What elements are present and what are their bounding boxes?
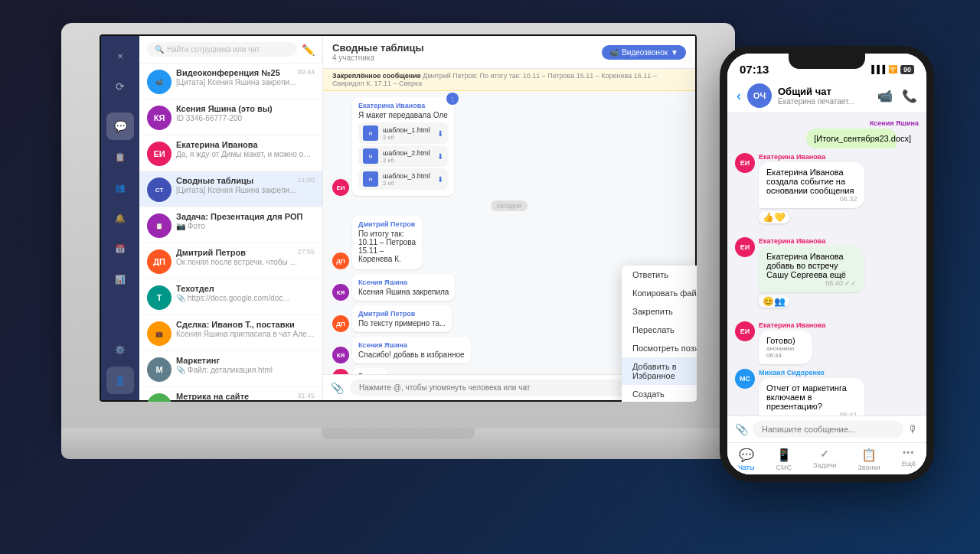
chat-subtitle: 4 участника bbox=[332, 54, 424, 62]
chat-info: Маркетинг 📎 Файл: деталикация.html bbox=[176, 356, 315, 374]
tab-sms[interactable]: 📱 СМС bbox=[776, 448, 792, 471]
phone-time: 07:13 bbox=[740, 63, 769, 76]
list-item[interactable]: ДП Дмитрий Петров Ок понял после встречи… bbox=[139, 243, 322, 279]
chat-preview: ID 3346-66777-200 bbox=[176, 114, 315, 122]
context-menu-trigger[interactable]: ⋮ bbox=[446, 93, 459, 105]
phone-chat-status: Екатерина печатает... bbox=[778, 97, 871, 106]
signal-icon: ▐▐▐ bbox=[869, 65, 885, 73]
message-input[interactable] bbox=[350, 380, 653, 396]
message-sender: Ксения Яшина bbox=[806, 119, 919, 127]
list-item[interactable]: ЕИ Екатерина Иванова Да, я жду от Димы м… bbox=[139, 135, 322, 171]
file-size: 2 кб bbox=[383, 180, 430, 187]
watch-later-label: Посмотреть позже bbox=[632, 344, 697, 353]
message-text: [Итоги_сентября23.docx] bbox=[814, 134, 888, 143]
people-icon[interactable]: 👥 bbox=[106, 174, 134, 201]
chat-info: Метрика на сайте Да, вчера отправила bbox=[176, 392, 297, 402]
tasks-tab-icon: ✓ bbox=[820, 448, 829, 460]
chat-info: Техотдел 📎 https://docs.google.com/doc..… bbox=[176, 284, 315, 302]
tasks-icon[interactable]: 📋 bbox=[106, 143, 134, 171]
avatar: ЕИ bbox=[735, 321, 755, 341]
avatar: ДП bbox=[332, 253, 349, 269]
chart-icon[interactable]: 📊 bbox=[106, 266, 134, 293]
bell-icon[interactable]: 🔔 bbox=[106, 204, 134, 232]
more-tab-icon: ••• bbox=[903, 448, 915, 458]
message-reaction[interactable]: 👍💛 bbox=[759, 211, 789, 223]
settings-icon[interactable]: ⚙️ bbox=[106, 336, 134, 363]
list-item[interactable]: 📋 Задача: Презентация для РОП 📷 Фото bbox=[139, 207, 322, 243]
context-menu-forward[interactable]: Переслать bbox=[622, 321, 697, 339]
message-reaction[interactable]: 😊👥 bbox=[759, 295, 789, 308]
message-text: Я макет передавала Оле bbox=[358, 111, 448, 119]
context-menu-copy-file[interactable]: Копировать файл bbox=[622, 284, 697, 302]
video-call-button[interactable]: 📹 Видеозвонок ▼ bbox=[602, 45, 686, 60]
chat-preview: Ок понял после встречи, чтобы Катя успел… bbox=[176, 258, 297, 266]
chat-name: Ксения Яшина (это вы) bbox=[176, 104, 315, 113]
tab-tasks[interactable]: ✓ Задачи bbox=[813, 448, 836, 471]
list-item[interactable]: 📹 Видеоконференция №25 [Цитата] Ксения Я… bbox=[139, 64, 322, 99]
context-menu-create[interactable]: Создать ▶ bbox=[622, 385, 697, 402]
chat-info: Екатерина Иванова Да, я жду от Димы маке… bbox=[176, 140, 315, 158]
list-item[interactable]: Т Техотдел 📎 https://docs.google.com/doc… bbox=[139, 279, 322, 315]
file-attachment[interactable]: H шаблон_1.html 2 кб ⬇ bbox=[358, 122, 448, 144]
chat-info: Видеоконференция №25 [Цитата] Ксения Яши… bbox=[176, 68, 297, 86]
message-sender: Екатерина Иванова bbox=[759, 321, 825, 329]
attachment-icon[interactable]: 📎 bbox=[331, 382, 344, 394]
search-placeholder: Найти сотрудника или чат bbox=[167, 45, 260, 54]
file-info: шаблон_2.html 2 кб bbox=[383, 149, 430, 164]
file-attachment[interactable]: H шаблон_3.html 2 кб ⬇ bbox=[358, 168, 448, 190]
message-bubble: Екатерина Иванова добавь во встречу Сашу… bbox=[759, 246, 864, 292]
avatar: 📊 bbox=[147, 393, 172, 402]
tab-chats[interactable]: 💬 Чаты bbox=[738, 448, 754, 471]
copy-file-label: Копировать файл bbox=[632, 288, 697, 298]
phone-video-icon[interactable]: 📹 bbox=[877, 89, 893, 103]
download-icon[interactable]: ⬇ bbox=[437, 175, 443, 184]
list-item[interactable]: М Маркетинг 📎 Файл: деталикация.html bbox=[139, 351, 322, 387]
chevron-down-icon: ▼ bbox=[671, 48, 678, 57]
avatar: КЯ bbox=[147, 106, 172, 130]
list-item[interactable]: 💼 Сделка: Иванов Т., поставки Ксения Яши… bbox=[139, 315, 322, 351]
search-box[interactable]: 🔍 Найти сотрудника или чат bbox=[147, 42, 297, 57]
compose-icon[interactable]: ✏️ bbox=[302, 44, 315, 56]
close-icon[interactable]: ✕ bbox=[106, 42, 134, 70]
user-icon[interactable]: 👤 bbox=[106, 367, 134, 394]
phone-screen: 07:13 ▐▐▐ 🛜 90 ‹ ОЧ Общий чат Екатерина … bbox=[727, 54, 926, 474]
file-size: 2 кб bbox=[383, 134, 430, 141]
list-item[interactable]: CT Сводные таблицы [Цитата] Ксения Яшина… bbox=[139, 171, 322, 207]
chat-name: Сделка: Иванов Т., поставки bbox=[176, 320, 315, 329]
file-attachment[interactable]: H шаблон_2.html 2 кб ⬇ bbox=[358, 145, 448, 167]
pinned-message[interactable]: Закреплённое сообщение Дмитрий Петров: П… bbox=[323, 69, 695, 91]
chat-name: Дмитрий Петров bbox=[176, 248, 297, 257]
tab-more[interactable]: ••• Ещё bbox=[902, 448, 916, 471]
chat-name: Екатерина Иванова bbox=[176, 140, 315, 149]
calendar-icon[interactable]: 📅 bbox=[106, 235, 134, 262]
chat-preview: Да, я жду от Димы макет, и можно оформля… bbox=[176, 150, 315, 158]
context-menu-watch-later[interactable]: Посмотреть позже bbox=[622, 339, 697, 357]
microphone-icon[interactable]: 🎙 bbox=[908, 423, 919, 435]
context-menu-reply[interactable]: Ответить bbox=[622, 266, 697, 284]
avatar: МС bbox=[735, 369, 755, 389]
phone-message-input[interactable] bbox=[753, 421, 903, 438]
avatar: ЕИ bbox=[332, 179, 349, 196]
reply-label: Ответить bbox=[632, 270, 668, 279]
phone-call-icon[interactable]: 📞 bbox=[902, 89, 917, 103]
message-subtext: анонимно 06:44 bbox=[766, 345, 805, 359]
chat-main: Сводные таблицы 4 участника 📹 Видеозвоно… bbox=[323, 36, 695, 400]
tab-calls[interactable]: 📋 Звонки bbox=[858, 448, 880, 471]
message-text: Спасибо! добавь в избранное bbox=[358, 350, 465, 359]
context-menu-add-favorite[interactable]: Добавить в Избранное ↗ bbox=[622, 357, 697, 385]
phone-chat-info: Общий чат Екатерина печатает... bbox=[778, 86, 871, 106]
avatar: М bbox=[147, 357, 172, 382]
context-menu-pin[interactable]: Закрепить bbox=[622, 302, 697, 321]
avatar: КЯ bbox=[332, 347, 349, 363]
attach-icon[interactable]: 📎 bbox=[735, 423, 748, 435]
chat-preview: [Цитата] Ксения Яшина закрепила сообщени… bbox=[176, 78, 297, 86]
chat-preview: 📎 Файл: деталикация.html bbox=[176, 366, 315, 374]
avatar: 📋 bbox=[147, 213, 172, 238]
chats-icon[interactable]: 💬 bbox=[106, 112, 134, 140]
back-button[interactable]: ‹ bbox=[737, 88, 741, 104]
refresh-icon[interactable]: ⟳ bbox=[106, 73, 134, 100]
download-icon[interactable]: ⬇ bbox=[437, 129, 443, 138]
list-item[interactable]: КЯ Ксения Яшина (это вы) ID 3346-66777-2… bbox=[139, 99, 322, 135]
list-item[interactable]: 📊 Метрика на сайте Да, вчера отправила 3… bbox=[139, 387, 322, 402]
download-icon[interactable]: ⬇ bbox=[437, 152, 443, 161]
